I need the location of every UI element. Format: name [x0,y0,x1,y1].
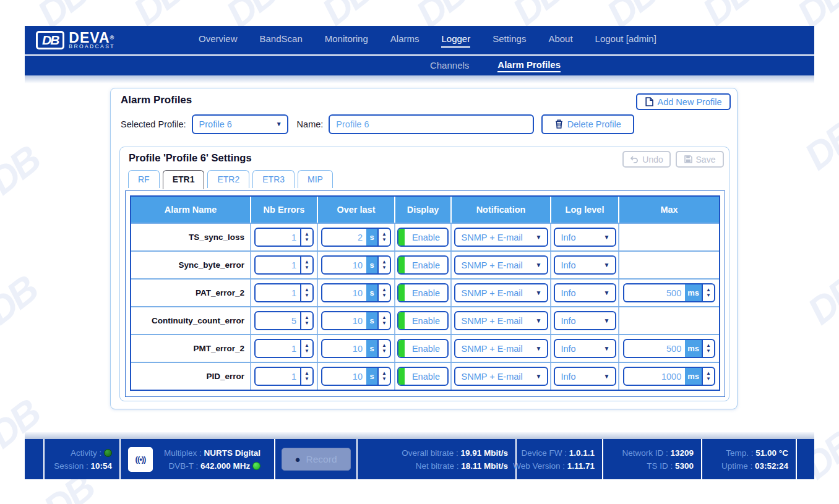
nb-errors-spinner[interactable]: 1 ▲▼ [254,255,314,275]
subnav-item-alarm-profiles[interactable]: Alarm Profiles [497,59,561,72]
profile-settings-panel: Profile 'Profile 6' Settings Undo Save R… [119,147,729,401]
overall-bitrate-value: 19.91 Mbit/s [460,448,508,458]
table-row: TS_sync_loss 1 ▲▼ 2 s ▲▼ Enable SNMP + E… [131,223,719,250]
tab-etr2[interactable]: ETR2 [207,170,249,188]
spinner-up-down-icons[interactable]: ▲▼ [702,368,714,385]
display-enable-button[interactable]: Enable [397,339,449,358]
display-enable-button[interactable]: Enable [397,283,449,302]
status-multiplex: ((•)) Multiplex : NURTS Digital DVB-T : … [121,439,275,479]
spinner-up-down-icons[interactable]: ▲▼ [300,368,312,385]
page-title: Alarm Profiles [121,94,192,106]
nb-errors-spinner[interactable]: 1 ▲▼ [254,283,314,302]
display-enable-button[interactable]: Enable [397,228,449,247]
alarm-name-label: PAT_error_2 [196,288,244,297]
log-level-select[interactable]: Info ▼ [554,367,616,386]
alarm-table: Alarm NameNb ErrorsOver lastDisplayNotif… [130,195,720,391]
over-last-spinner[interactable]: 2 s ▲▼ [321,228,391,247]
log-level-select[interactable]: Info ▼ [554,339,616,358]
display-enable-button[interactable]: Enable [397,367,449,386]
nb-errors-spinner[interactable]: 1 ▲▼ [254,228,314,247]
spinner-up-down-icons[interactable]: ▲▼ [300,257,312,273]
nav-item-about[interactable]: About [548,33,572,48]
record-button[interactable]: ● Record [282,448,351,471]
tab-etr1[interactable]: ETR1 [163,170,205,189]
nav-item-monitoring[interactable]: Monitoring [325,33,368,48]
over-last-spinner[interactable]: 10 s ▲▼ [321,283,391,302]
add-new-profile-button[interactable]: Add New Profile [636,93,731,110]
brand-name: DEVA® [69,32,115,44]
temp-value: 51.00 °C [755,448,788,458]
delete-profile-button[interactable]: Delete Profile [541,114,634,134]
tab-etr3[interactable]: ETR3 [252,170,295,188]
spinner-up-down-icons[interactable]: ▲▼ [300,229,312,246]
activity-label: Activity : [71,448,101,458]
device-fw-label: Device FW : [521,448,567,458]
display-enable-button[interactable]: Enable [397,255,449,275]
chevron-down-icon: ▼ [271,121,287,127]
display-enable-button[interactable]: Enable [397,311,449,330]
over-last-spinner[interactable]: 10 s ▲▼ [321,367,391,386]
over-last-spinner[interactable]: 10 s ▲▼ [321,311,391,330]
spinner-up-down-icons[interactable]: ▲▼ [702,340,714,357]
table-row: PMT_error_2 1 ▲▼ 10 s ▲▼ Enable SNMP + E… [131,334,719,362]
notification-select[interactable]: SNMP + E-mail ▼ [454,228,548,247]
seconds-unit-badge: s [366,368,377,385]
log-level-select[interactable]: Info ▼ [554,255,616,275]
nb-errors-value: 1 [256,284,300,301]
subnav-item-channels[interactable]: Channels [430,60,469,72]
log-level-select[interactable]: Info ▼ [554,311,616,330]
max-spinner[interactable]: 500ms▲▼ [623,283,715,302]
dvbt-label: DVB-T : [168,461,198,471]
nav-item-bandscan[interactable]: BandScan [260,33,303,48]
table-row: PAT_error_2 1 ▲▼ 10 s ▲▼ Enable SNMP + E… [131,278,719,306]
notification-select[interactable]: SNMP + E-mail ▼ [454,255,548,275]
ms-unit-badge: ms [685,340,702,357]
spinner-up-down-icons[interactable]: ▲▼ [377,257,390,273]
spinner-up-down-icons[interactable]: ▲▼ [377,312,390,329]
alarm-profiles-panel: Alarm Profiles Add New Profile Selected … [110,88,738,409]
nb-errors-spinner[interactable]: 1 ▲▼ [254,367,314,386]
max-spinner[interactable]: 500ms▲▼ [623,339,715,358]
seconds-unit-badge: s [366,284,377,301]
notification-select[interactable]: SNMP + E-mail ▼ [454,367,548,386]
notification-select[interactable]: SNMP + E-mail ▼ [454,283,548,302]
notification-select[interactable]: SNMP + E-mail ▼ [454,311,548,330]
tab-rf[interactable]: RF [128,170,160,188]
header-shadow [25,75,814,83]
nav-item-settings[interactable]: Settings [493,33,526,48]
nav-item-alarms[interactable]: Alarms [390,33,420,48]
spinner-up-down-icons[interactable]: ▲▼ [377,229,390,246]
alarm-name-label: PMT_error_2 [193,344,244,353]
nb-errors-spinner[interactable]: 5 ▲▼ [254,311,314,330]
max-spinner[interactable]: 1000ms▲▼ [623,367,715,386]
save-button[interactable]: Save [676,151,724,168]
selected-profile-select[interactable]: Profile 6 ▼ [192,114,288,134]
nav-item-logout-admin[interactable]: Logout [admin] [595,33,656,48]
undo-button[interactable]: Undo [622,151,671,168]
session-label: Session : [54,461,88,471]
spinner-up-down-icons[interactable]: ▲▼ [377,284,390,301]
nav-item-overview[interactable]: Overview [199,33,238,48]
spinner-up-down-icons[interactable]: ▲▼ [300,340,312,357]
multiplex-value: NURTS Digital [204,448,260,458]
log-level-select[interactable]: Info ▼ [554,228,616,247]
max-value: 500 [624,284,685,301]
ts-id-value: 5300 [675,461,694,471]
chevron-down-icon: ▼ [599,234,615,241]
over-last-spinner[interactable]: 10 s ▲▼ [321,255,391,275]
enabled-indicator [398,368,405,385]
spinner-up-down-icons[interactable]: ▲▼ [300,312,312,329]
over-last-value: 10 [322,257,366,273]
spinner-up-down-icons[interactable]: ▲▼ [300,284,312,301]
nav-item-logger[interactable]: Logger [441,33,470,48]
spinner-up-down-icons[interactable]: ▲▼ [702,284,714,301]
spinner-up-down-icons[interactable]: ▲▼ [377,340,390,357]
log-level-select[interactable]: Info ▼ [554,283,616,302]
over-last-spinner[interactable]: 10 s ▲▼ [321,339,391,358]
spinner-up-down-icons[interactable]: ▲▼ [377,368,390,385]
notification-select[interactable]: SNMP + E-mail ▼ [454,339,548,358]
log-level-value: Info [555,260,599,270]
profile-name-input[interactable] [329,114,534,134]
nb-errors-spinner[interactable]: 1 ▲▼ [254,339,314,358]
tab-mip[interactable]: MIP [298,170,333,188]
